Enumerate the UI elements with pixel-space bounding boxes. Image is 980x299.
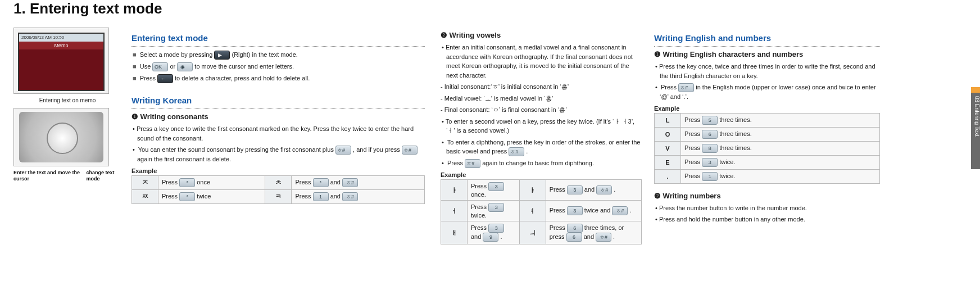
text-fragment: .	[612, 186, 615, 193]
jog-key-icon: ◉	[177, 62, 193, 71]
dpad-caption: Enter the text and move the cursor chang…	[13, 170, 121, 182]
table-row: ㅈ Press * once ㅊ Press * and ㅎ#	[132, 175, 425, 189]
text-fragment: or	[168, 63, 177, 70]
text-fragment: once	[195, 179, 210, 185]
three-key-icon: 3	[567, 185, 583, 194]
text-fragment: Press	[295, 179, 312, 185]
text-fragment: Press	[684, 173, 702, 179]
cell-desc: Press 6 three times.	[681, 127, 880, 141]
heading-writing-korean: Writing Korean	[131, 96, 425, 109]
right-key-icon: ▶	[214, 51, 230, 60]
cell-char: ㅑ	[519, 180, 546, 201]
text-fragment: Press	[162, 193, 179, 200]
caption-memo: Entering text on memo	[13, 97, 121, 103]
cell-char: ㅈ	[132, 175, 158, 189]
line-use-cursor: Use OK or ◉ to move the cursor and enter…	[131, 62, 425, 71]
text-fragment: You can enter the sound consonant by pre…	[138, 146, 335, 153]
page-title: 1. Entering text mode	[0, 0, 980, 17]
phone-timebar: 2006/08/13 AM 10:50	[19, 34, 103, 42]
heading-writing-vowels: ❷ Writing vowels	[441, 31, 642, 39]
heading-enter-text-mode: Entering text mode	[131, 33, 425, 47]
text-fragment: (Right) in the text mode.	[230, 51, 297, 58]
dpad-center	[47, 123, 78, 154]
text-fragment: Press	[684, 144, 702, 151]
text-fragment: Use	[140, 63, 153, 70]
vow-p4: Press ㅎ# again to change to basic from d…	[441, 158, 642, 168]
dpad-image	[19, 112, 103, 162]
cell-char: ㅐ	[441, 221, 468, 244]
one-key-icon: 1	[702, 172, 718, 181]
text-fragment: .	[628, 207, 631, 214]
text-fragment: Press	[162, 179, 179, 185]
cell-char: ㅓ	[441, 201, 468, 221]
hash-key-icon: ㅎ#	[596, 233, 611, 242]
text-fragment: , and if you press	[351, 146, 402, 153]
table-row: ㅓ Press 3 twice. ㅕ Press 3 twice and ㅎ# …	[441, 201, 642, 221]
side-tab: 03 Entering Text	[971, 93, 980, 169]
text-fragment: and	[582, 233, 596, 240]
vowel-example-table: ㅏ Press 3 once. ㅑ Press 3 and ㅎ# . ㅓ Pre…	[441, 179, 642, 244]
text-fragment: and	[583, 186, 596, 193]
eight-key-icon: 8	[702, 144, 718, 153]
num-p2: Press and hold the number button in any …	[654, 215, 880, 224]
figure-column: 2006/08/13 AM 10:50 Memo Entering text o…	[13, 28, 131, 299]
hash-key-icon: ㅎ#	[678, 83, 694, 92]
text-fragment: Press	[140, 75, 157, 81]
cell-desc: Press 1 and ㅎ#	[292, 189, 425, 203]
cell-desc: Press 3 and 9 .	[468, 221, 520, 244]
text-fragment: Press	[684, 158, 702, 165]
cell-desc: Press 3 once.	[468, 180, 520, 201]
cell-char: O	[655, 127, 681, 141]
five-key-icon: 5	[702, 116, 718, 125]
english-example-table: LPress 5 three times. OPress 6 three tim…	[654, 113, 880, 184]
text-fragment: once.	[471, 191, 486, 198]
back-key-icon: ←	[157, 74, 173, 83]
phone-title: Memo	[19, 42, 103, 49]
cell-desc: Press * and ㅎ#	[292, 175, 425, 189]
text-fragment: .	[498, 233, 502, 240]
table-row: EPress 3 twice.	[655, 155, 880, 169]
three-key-icon: 3	[567, 206, 583, 215]
text-fragment: twice	[195, 193, 211, 200]
text-fragment: Press	[471, 224, 488, 231]
table-row: ㅉ Press * twice ㅋ Press 1 and ㅎ#	[132, 189, 425, 203]
cell-desc: Press 5 three times.	[681, 113, 880, 127]
hash-key-icon: ㅎ#	[402, 146, 418, 155]
one-key-icon: 1	[313, 192, 329, 201]
eng-p1: Press the key once, twice and three time…	[654, 62, 880, 80]
three-key-icon: 3	[488, 203, 504, 212]
star-key-icon: *	[179, 178, 195, 187]
six-key-icon: 6	[566, 233, 582, 242]
text-fragment: three times.	[718, 144, 752, 151]
text-fragment: and	[329, 179, 342, 185]
text-fragment: three times.	[718, 116, 752, 123]
text-fragment: twice.	[471, 212, 487, 219]
text-fragment: Press	[471, 203, 488, 210]
cell-char: E	[655, 155, 681, 169]
cell-desc: Press 6 three times, or press 6 and ㅎ# .	[546, 221, 641, 244]
vow-p2: To enter a second vowel on a key, press …	[441, 117, 642, 135]
text-fragment: twice.	[718, 173, 735, 179]
cell-char: L	[655, 113, 681, 127]
num-p1: Press the number button to write in the …	[654, 203, 880, 213]
cell-desc: Press 3 twice.	[468, 201, 520, 221]
cell-char: ㅏ	[441, 180, 468, 201]
text-fragment: to move the cursor and enter letters.	[193, 63, 294, 70]
vow-p3: To enter a diphthong, press the key in o…	[441, 138, 642, 157]
text-fragment: Press	[550, 186, 567, 193]
text-fragment: again to change to basic from diphthong.	[480, 160, 594, 166]
three-key-icon: 3	[488, 182, 504, 191]
eng-p2: Press ㅎ# in the English mode (upper or l…	[654, 83, 880, 102]
table-row: OPress 6 three times.	[655, 127, 880, 141]
hash-key-icon: ㅎ#	[335, 146, 351, 155]
hash-key-icon: ㅎ#	[342, 192, 358, 201]
cell-char: ㅊ	[265, 175, 292, 189]
text-fragment: .	[524, 148, 528, 155]
cell-char: ㅢ	[519, 221, 546, 244]
text-fragment: again the first consonant is delete.	[137, 156, 231, 162]
dpad-caption-right: change text mode	[86, 170, 121, 182]
hash-key-icon: ㅎ#	[342, 178, 358, 187]
cell-desc: Press * twice	[158, 189, 265, 203]
heading-writing-consonants: ❶ Writing consonants	[131, 112, 425, 121]
heading-english-chars: ❶ Writing English characters and numbers	[654, 50, 880, 58]
